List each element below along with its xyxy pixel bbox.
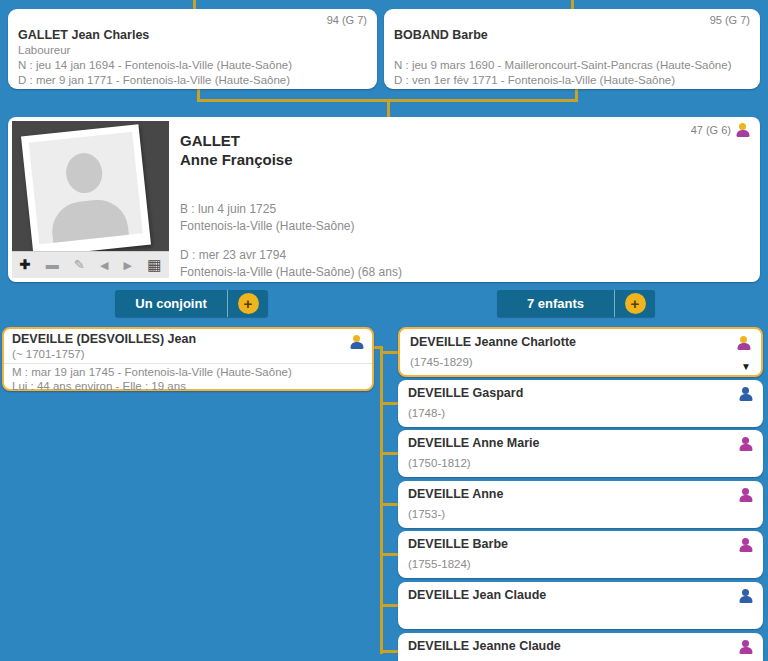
person-given-name: Anne Françoise (180, 150, 293, 169)
next-photo-icon[interactable]: ▶ (124, 252, 132, 278)
person-name: DEVEILLE Jeanne Claude (408, 639, 753, 653)
marriage-line: M : mar 19 jan 1745 - Fontenois-la-Ville… (12, 365, 364, 379)
life-dates: (1755-1824) (408, 557, 753, 571)
death-line: D : mer 9 jan 1771 - Fontenois-la-Ville … (18, 73, 367, 88)
life-dates: (1745-1829) (410, 355, 751, 369)
vital-events: B : lun 4 juin 1725 Fontenois-la-Ville (… (180, 201, 402, 281)
person-male-icon (738, 589, 753, 603)
connector-children-trunk (380, 346, 383, 654)
person-female-icon (738, 437, 753, 451)
person-name: DEVEILLE Barbe (408, 537, 753, 551)
sosa-ref: 95 (G 7) (710, 14, 750, 26)
person-male-sosa-icon (349, 335, 364, 349)
person-name: GALLET Jean Charles (18, 27, 367, 43)
divider (4, 363, 372, 364)
add-spouse-button[interactable]: + (238, 293, 259, 314)
add-spouse-zone: + (228, 290, 268, 317)
death-line: D : ven 1er fév 1771 - Fontenois-la-Vill… (394, 73, 750, 88)
child-card[interactable]: DEVEILLE Gaspard (1748-) (398, 380, 763, 427)
child-card[interactable]: DEVEILLE Jean Claude (398, 582, 763, 629)
connector-child-stub (380, 604, 398, 607)
death-date: D : mer 23 avr 1794 (180, 247, 402, 264)
add-photo-icon[interactable]: ✚ (20, 252, 31, 278)
child-card[interactable]: DEVEILLE Barbe (1755-1824) (398, 531, 763, 578)
photo-frame (21, 124, 151, 257)
person-female-sosa-icon (736, 336, 751, 350)
previous-photo-icon[interactable]: ◀ (100, 252, 108, 278)
connector-child-stub (380, 553, 398, 556)
sosa-ref: 94 (G 7) (327, 14, 367, 26)
person-surname: GALLET (180, 131, 293, 150)
photo-placeholder: ✚ ▬ ✎ ◀ ▶ ▦ (12, 121, 169, 278)
person-name: DEVEILLE Anne (408, 487, 753, 501)
family-tree-view: 94 (G 7) GALLET Jean Charles Laboureur N… (0, 0, 768, 661)
child-card[interactable]: DEVEILLE Jeanne Claude (398, 633, 763, 661)
person-name: DEVEILLE Gaspard (408, 386, 753, 400)
add-child-zone: + (615, 290, 655, 317)
chevron-down-icon[interactable]: ▼ (741, 361, 751, 372)
life-dates (408, 608, 753, 622)
connector-child-stub (380, 452, 398, 455)
sosa-ref: 47 (G 6) (691, 124, 731, 136)
spouse-section-label: Un conjoint (115, 290, 228, 317)
silhouette-body (49, 197, 129, 244)
life-dates: (1750-1812) (408, 456, 753, 470)
person-name: DEVEILLE Jean Claude (408, 588, 753, 602)
connector-child-stub (380, 503, 398, 506)
life-dates: (1748-) (408, 406, 753, 420)
profession: Laboureur (18, 43, 367, 58)
birth-place: Fontenois-la-Ville (Haute-Saône) (180, 218, 402, 235)
spouse-card[interactable]: DEVEILLE (DESVOILLES) Jean (~ 1701-1757)… (2, 327, 374, 391)
silhouette-image (29, 132, 143, 244)
death-place: Fontenois-la-Ville (Haute-Saône) (68 ans… (180, 264, 402, 281)
person-female-icon (738, 640, 753, 654)
connector-child-stub (380, 650, 398, 653)
child-card[interactable]: DEVEILLE Anne (1753-) (398, 481, 763, 528)
person-male-icon (738, 387, 753, 401)
spouse-section-bar: Un conjoint + (115, 290, 268, 317)
child-card[interactable]: DEVEILLE Jeanne Charlotte (1745-1829) ▼ (398, 327, 763, 377)
photo-toolbar: ✚ ▬ ✎ ◀ ▶ ▦ (12, 251, 169, 278)
ages-line: Lui : 44 ans environ - Elle : 19 ans (12, 379, 364, 393)
birth-line: N : jeu 14 jan 1694 - Fontenois-la-Ville… (18, 58, 367, 73)
person-female-icon (738, 488, 753, 502)
connector-to-person (387, 99, 390, 118)
children-section-bar: 7 enfants + (497, 290, 655, 317)
person-name: DEVEILLE Anne Marie (408, 436, 753, 450)
mother-card[interactable]: 95 (G 7) BOBAND Barbe N : jeu 9 mars 169… (384, 9, 760, 89)
silhouette-head (64, 151, 104, 195)
life-dates: (~ 1701-1757) (12, 347, 364, 361)
person-female-icon (738, 538, 753, 552)
edit-photo-icon[interactable]: ✎ (74, 252, 85, 278)
person-name: DEVEILLE (DESVOILLES) Jean (12, 332, 364, 347)
main-person-card[interactable]: ✚ ▬ ✎ ◀ ▶ ▦ 47 (G 6) GALLET Anne Françoi… (8, 117, 760, 282)
father-card[interactable]: 94 (G 7) GALLET Jean Charles Laboureur N… (8, 9, 377, 89)
person-name: DEVEILLE Jeanne Charlotte (410, 335, 751, 349)
birth-line: N : jeu 9 mars 1690 - Mailleroncourt-Sai… (394, 58, 750, 73)
connector-child-stub (380, 351, 398, 354)
life-dates: (1753-) (408, 507, 753, 521)
children-section-label: 7 enfants (497, 290, 615, 317)
profession (394, 43, 750, 58)
child-card[interactable]: DEVEILLE Anne Marie (1750-1812) (398, 430, 763, 477)
gallery-icon[interactable]: ▦ (147, 252, 161, 278)
person-name: BOBAND Barbe (394, 27, 750, 43)
connector-child-stub (380, 402, 398, 405)
birth-date: B : lun 4 juin 1725 (180, 201, 402, 218)
sosa-ref-row: 47 (G 6) (691, 123, 750, 137)
person-name: GALLET Anne Françoise (180, 131, 293, 169)
add-child-button[interactable]: + (625, 293, 646, 314)
person-female-sosa-icon (735, 123, 750, 137)
remove-photo-icon[interactable]: ▬ (46, 252, 59, 278)
